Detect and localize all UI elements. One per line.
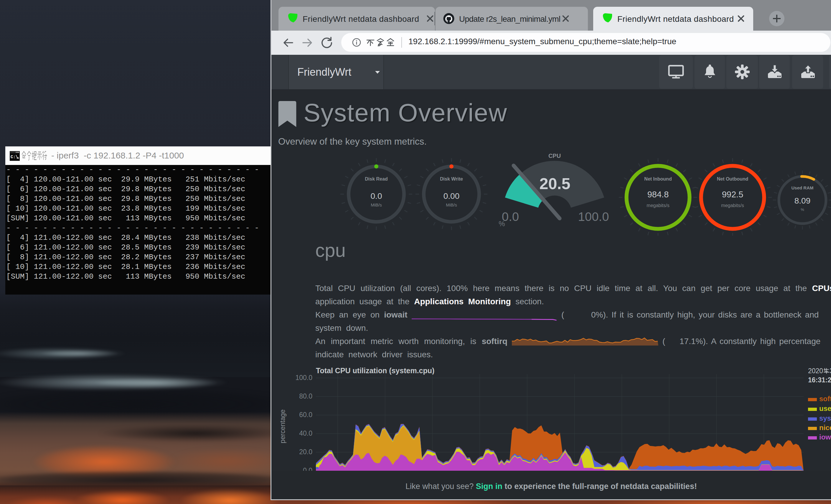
svg-text:C:\: C:\ — [10, 155, 18, 159]
